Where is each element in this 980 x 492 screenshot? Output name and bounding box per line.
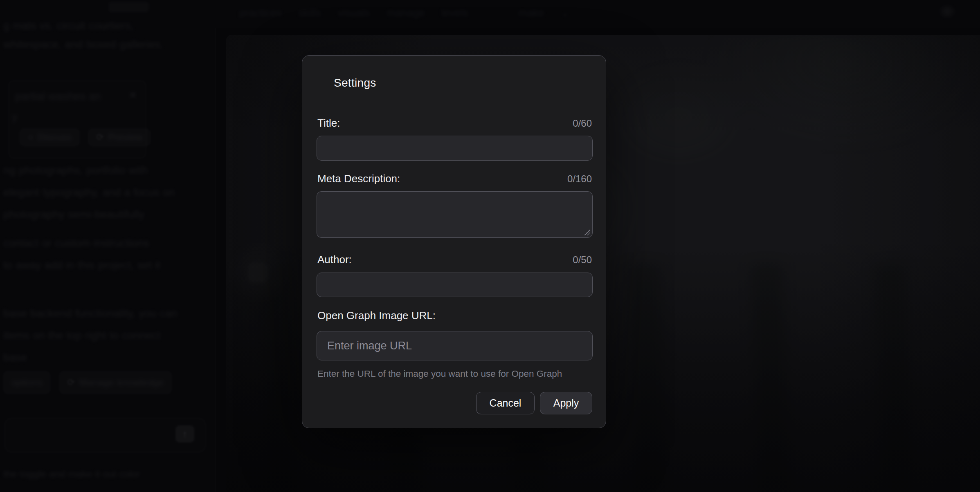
cancel-button[interactable]: Cancel [476,392,535,414]
author-char-counter: 0/50 [573,254,592,266]
author-label: Author: [317,253,352,266]
og-image-url-helper-text: Enter the URL of the image you want to u… [317,369,562,379]
meta-description-label: Meta Description: [317,172,400,185]
title-label: Title: [317,117,340,130]
title-char-counter: 0/60 [573,118,592,129]
dialog-title: Settings [334,76,376,89]
og-image-url-input[interactable] [317,331,593,360]
title-input[interactable] [317,136,593,161]
meta-description-textarea[interactable] [317,191,593,238]
author-input[interactable] [317,273,593,297]
dialog-divider [317,100,593,100]
meta-description-char-counter: 0/160 [567,173,592,185]
resize-handle[interactable] [584,230,590,235]
og-image-url-label: Open Graph Image URL: [317,309,436,322]
apply-button[interactable]: Apply [540,392,592,414]
settings-dialog: Settings Title: 0/60 Meta Description: 0… [302,55,606,428]
